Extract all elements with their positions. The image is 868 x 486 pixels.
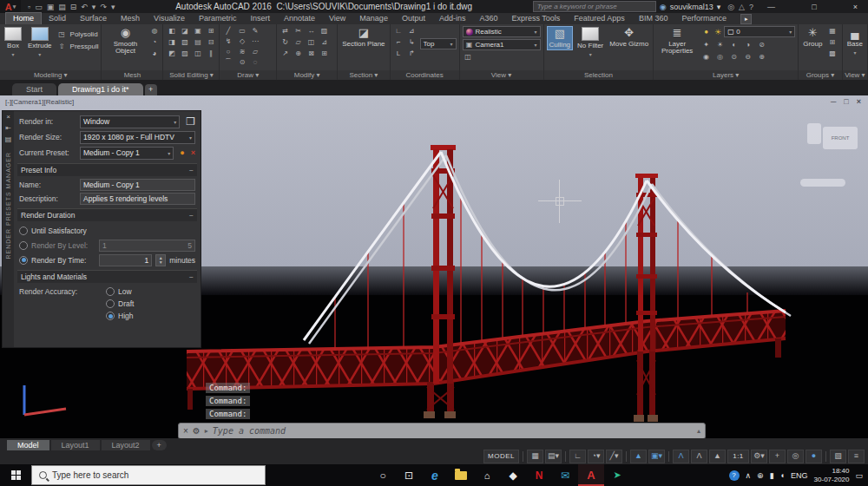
viewport-restore-icon[interactable]: □ [844, 97, 848, 106]
tab-model[interactable]: Model [7, 440, 49, 450]
new-drawing-button[interactable]: + [145, 84, 157, 95]
qat-icon[interactable]: ▣ [47, 3, 55, 11]
tray-expand-icon[interactable]: ∧ [746, 471, 752, 480]
solid-edit-icon[interactable]: ◩ [166, 49, 177, 58]
osnap-tracking-icon[interactable]: ▲ [630, 450, 647, 463]
record-icon[interactable]: ▸ [740, 14, 753, 24]
task-view-icon[interactable]: ⊡ [396, 464, 422, 486]
solid-edit-icon[interactable]: ▤ [192, 37, 203, 47]
help-tray-icon[interactable]: ? [729, 470, 740, 481]
draw-tool-icon[interactable]: ⋯ [249, 36, 260, 46]
modify-tool-icon[interactable]: ⊕ [293, 49, 304, 58]
modify-tool-icon[interactable]: ✂ [293, 26, 304, 36]
mesh-tool-icon[interactable]: ◍ [148, 26, 160, 36]
battery-icon[interactable]: ▮ [770, 471, 774, 480]
panel-label-view[interactable]: View ▾ [460, 70, 543, 80]
current-preset-dropdown[interactable]: Medium - Copy 1▾ [80, 147, 174, 160]
qat-icon[interactable]: ↷ [100, 3, 107, 11]
panel-label-modeling[interactable]: Modeling ▾ [0, 70, 101, 80]
title-icon[interactable]: △ [739, 3, 745, 11]
close-button[interactable]: × [853, 3, 858, 11]
qat-icon[interactable]: ⊟ [70, 3, 77, 11]
ribbon-tab[interactable]: View [322, 13, 352, 24]
qat-icon[interactable]: ▾ [92, 3, 96, 11]
viewport-minimize-icon[interactable]: ─ [831, 97, 836, 106]
ribbon-tab[interactable]: Solid [42, 13, 73, 24]
draw-tool-icon[interactable]: ⊙ [236, 57, 247, 67]
ribbon-tab[interactable]: Output [395, 13, 432, 24]
modify-tool-icon[interactable]: ↗ [279, 49, 291, 58]
layer-tool-icon[interactable]: ◐ [728, 40, 740, 49]
ucs-tool-icon[interactable]: L [393, 49, 404, 58]
ribbon-tab[interactable]: Express Tools [504, 13, 567, 24]
solid-edit-icon[interactable]: ◨ [166, 37, 177, 47]
qat-icon[interactable]: ▭ [35, 3, 43, 11]
layer-tool-icon[interactable]: ⊘ [756, 40, 767, 49]
modify-tool-icon[interactable]: ◫ [306, 37, 317, 47]
polysolid-button[interactable]: ◳ Polysolid [56, 30, 99, 39]
until-satisfactory-radio[interactable] [19, 227, 28, 235]
qat-icon[interactable]: ↶ [81, 3, 88, 11]
annotation-scale-value[interactable]: 1:1 [727, 450, 749, 463]
volume-icon[interactable]: ◖ [780, 471, 785, 480]
annotation-autoscale-icon[interactable]: Λ [691, 450, 707, 463]
render-icon[interactable]: ❒ [186, 115, 195, 128]
viewport-controls[interactable]: [-][Camera1][Realistic] [5, 98, 74, 106]
panel-label-draw[interactable]: Draw ▾ [220, 70, 276, 80]
layer-tool-icon[interactable]: ◉ [700, 52, 712, 62]
modify-tool-icon[interactable]: ⊿ [319, 37, 330, 47]
clock[interactable]: 18:40 30-07-2020 [814, 467, 850, 483]
taskbar-search-input[interactable]: Type here to search [31, 465, 266, 485]
command-close-icon[interactable]: × [183, 426, 188, 436]
mesh-tool-icon[interactable]: ◕ [148, 49, 160, 58]
ribbon-tab[interactable]: Add-ins [432, 13, 473, 24]
create-preset-icon[interactable]: ● [180, 148, 184, 157]
solid-edit-icon[interactable]: ◪ [179, 26, 190, 36]
layer-dropdown[interactable]: ▢ 0▾ [724, 26, 795, 37]
modify-tool-icon[interactable]: ▱ [293, 37, 304, 47]
viewcube-side[interactable] [807, 123, 821, 144]
annotation-visibility-icon[interactable]: Λ [673, 450, 689, 463]
netflix-icon[interactable]: N [526, 464, 552, 486]
ucs-tool-icon[interactable]: ↳ [406, 37, 418, 47]
file-explorer-icon[interactable] [448, 464, 474, 486]
layer-tool-icon[interactable]: ⊖ [742, 52, 753, 62]
layer-tool-icon[interactable]: ◎ [714, 52, 726, 62]
ribbon-tab[interactable]: Parametric [192, 13, 244, 24]
annotation-scale-arrow-icon[interactable]: ▲ [709, 450, 726, 463]
group-tool-icon[interactable]: ▦ [826, 26, 838, 36]
tab-drawing1[interactable]: Drawing1 i do it* [58, 83, 143, 95]
solid-edit-icon[interactable]: ▨ [179, 49, 190, 58]
draw-tool-icon[interactable]: ▱ [249, 47, 260, 56]
sun-icon[interactable]: ☀ [714, 28, 721, 36]
new-layout-button[interactable]: + [152, 440, 167, 450]
mesh-tool-icon[interactable]: ◔ [148, 37, 160, 47]
visual-style-dropdown[interactable]: Realistic▾ [463, 26, 541, 37]
restore-button[interactable]: □ [812, 3, 816, 11]
panel-label-solid-editing[interactable]: Solid Editing ▾ [163, 70, 219, 80]
snap-toggle-icon[interactable]: ▤▾ [545, 450, 562, 463]
section-lights-materials[interactable]: Lights and Materials− [17, 270, 197, 283]
panel-label-section[interactable]: Section ▾ [338, 70, 389, 80]
ribbon-tab[interactable]: BIM 360 [632, 13, 675, 24]
section-render-duration[interactable]: Render Duration− [17, 208, 197, 221]
solid-edit-icon[interactable]: ◧ [166, 26, 177, 36]
palette-close-icon[interactable]: × [6, 113, 10, 121]
panel-label-selection[interactable]: Selection [544, 70, 654, 80]
edge-icon[interactable]: e [422, 464, 448, 486]
grid-toggle-icon[interactable]: ▦ [527, 450, 543, 463]
app-menu-button[interactable]: A ▾ [0, 0, 21, 13]
render-by-level-radio[interactable] [19, 241, 28, 250]
lightbulb-icon[interactable]: ● [700, 27, 712, 36]
time-spinner[interactable]: ▲▼ [155, 254, 166, 266]
ribbon-tab[interactable]: Annotate [277, 13, 322, 24]
section-preset-info[interactable]: Preset Info− [17, 163, 197, 176]
solid-edit-icon[interactable]: ⊟ [205, 37, 216, 47]
customization-menu-icon[interactable]: ≡ [848, 450, 865, 463]
panel-label-groups[interactable]: Groups ▾ [799, 70, 842, 80]
palette-autohide-icon[interactable]: ⇤ [5, 124, 11, 132]
collapse-icon[interactable]: − [189, 273, 194, 281]
layout-tab[interactable]: Layout2 [102, 440, 150, 450]
network-icon[interactable]: ⊕ [757, 471, 764, 480]
panel-label-coordinates[interactable]: Coordinates [391, 70, 459, 80]
